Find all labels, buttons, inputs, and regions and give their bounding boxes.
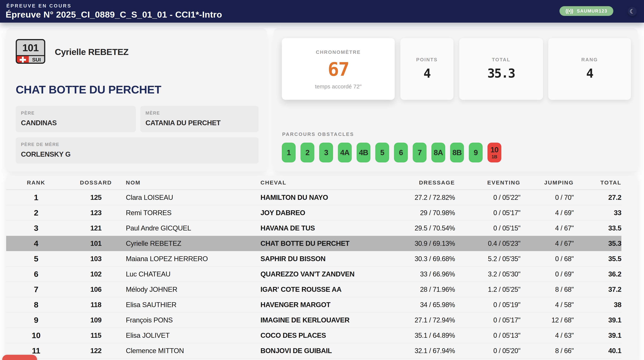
cell-cheval: JOY DABREO	[260, 209, 388, 217]
cell-eventing: 0.4 / 05'23"	[455, 240, 520, 248]
cell-eventing: 0 / 05'15"	[455, 224, 520, 232]
cell-total: 39.1	[574, 316, 621, 324]
cell-dossard: 101	[66, 240, 126, 248]
table-row-11[interactable]: 11122Clemence MITTONBONJOVI DE GUIBAIL32…	[6, 343, 621, 359]
cell-jumping: 0 / 68"	[520, 255, 574, 263]
pedigree-label: PÈRE	[21, 110, 130, 116]
cell-jumping: 4 / 63"	[520, 332, 574, 340]
moon-icon: ☾	[630, 8, 635, 15]
cell-nom: Cyrielle REBETEZ	[126, 240, 260, 248]
pedigree-sire: PÈRE CANDINAS	[16, 106, 136, 132]
cell-jumping: 4 / 67"	[520, 224, 574, 232]
total-card: TOTAL 35.3	[459, 38, 543, 100]
cell-cheval: SAPHIR DU BISSON	[260, 255, 388, 263]
cell-rank: 5	[6, 254, 66, 263]
cell-eventing: 1.2 / 05'25"	[455, 286, 520, 294]
cell-rank: 2	[6, 208, 66, 217]
cell-cheval: HAVENGER MARGOT	[260, 301, 388, 309]
cell-jumping: 4 / 58"	[520, 301, 574, 309]
points-label: POINTS	[400, 57, 454, 63]
cell-dossard: 102	[66, 270, 126, 278]
cell-cheval: CHAT BOTTE DU PERCHET	[260, 240, 388, 248]
live-panel: CHRONOMÈTRE 67 temps accordé 72" POINTS …	[274, 28, 638, 172]
obstacles-section-label: PARCOURS OBSTACLES	[282, 131, 354, 137]
table-row-9[interactable]: 9109François PONSIMAGINE DE KERLOUAVER27…	[6, 313, 621, 328]
obstacle-4A: 4A	[338, 143, 352, 162]
cell-nom: Clara LOISEAU	[126, 194, 260, 202]
cell-eventing: 0 / 05'22"	[455, 194, 520, 202]
cell-rank: 1	[6, 193, 66, 202]
cell-dressage: 27.2 / 72.82%	[388, 194, 455, 202]
live-stream-badge[interactable]: ((•)) SAUMUR123	[560, 6, 613, 16]
table-row-7[interactable]: 7106Mélody JOHNERIGAR' COTE ROUSSE AA28 …	[6, 282, 621, 297]
total-value: 35.3	[459, 66, 543, 80]
cell-dressage: 28 / 71.96%	[388, 286, 455, 294]
table-row-10[interactable]: 10115Elisa JOLIVETCOCO DES PLACES35.1 / …	[6, 328, 621, 343]
cell-dressage: 29 / 70.98%	[388, 209, 455, 217]
obstacle-9: 9	[469, 143, 483, 162]
cell-cheval: IMAGINE DE KERLOUAVER	[260, 316, 388, 324]
column-header-jumping: JUMPING	[520, 179, 574, 186]
cell-nom: Remi TORRES	[126, 209, 260, 217]
broadcast-icon: ((•))	[566, 8, 573, 14]
table-row-3[interactable]: 3121Paul Andre GICQUELHAVANA DE TUS29.5 …	[6, 221, 621, 236]
obstacle-8A: 8A	[432, 143, 445, 162]
cell-jumping: 0 / 69"	[520, 270, 574, 278]
bib-card: 101 SUI	[16, 39, 45, 64]
cell-cheval: QUAREZZO VAN'T ZANDVEN	[260, 270, 388, 278]
page-title: Épreuve N° 2025_CI_0889_C_S_01_01 - CCI1…	[6, 9, 222, 20]
cell-dressage: 29.5 / 70.54%	[388, 224, 455, 232]
cell-total: 36.2	[574, 270, 621, 278]
cell-cheval: IGAR' COTE ROUSSE AA	[260, 286, 388, 294]
table-row-1[interactable]: 1125Clara LOISEAUHAMILTON DU NAYO27.2 / …	[6, 190, 621, 205]
event-status-label: ÉPREUVE EN COURS	[6, 3, 72, 9]
cell-eventing: 3.2 / 05'30"	[455, 270, 520, 278]
cell-rank: 6	[6, 270, 66, 279]
column-header-dossard: DOSSARD	[66, 179, 126, 186]
points-card: POINTS 4	[400, 38, 454, 100]
horse-name: CHAT BOTTE DU PERCHET	[16, 83, 161, 96]
cell-dressage: 32.1 / 67.94%	[388, 347, 455, 355]
cell-dossard: 125	[66, 194, 126, 202]
cell-total: 33.5	[574, 224, 621, 232]
cell-dossard: 123	[66, 209, 126, 217]
table-row-8[interactable]: 8118Elisa SAUTHIERHAVENGER MARGOT34 / 65…	[6, 297, 621, 313]
cell-total: 33	[574, 209, 621, 217]
cell-total: 38	[574, 301, 621, 309]
table-row-6[interactable]: 6102Luc CHATEAUQUAREZZO VAN'T ZANDVEN33 …	[6, 267, 621, 282]
cell-nom: Luc CHATEAU	[126, 270, 260, 278]
column-header-nom: NOM	[126, 179, 260, 186]
table-row-2[interactable]: 2123Remi TORRESJOY DABREO29 / 70.98%0 / …	[6, 205, 621, 221]
obstacle-3: 3	[319, 143, 333, 162]
obstacle-4B: 4B	[356, 143, 370, 162]
obstacle-7: 7	[413, 143, 426, 162]
top-bar: ÉPREUVE EN COURS Épreuve N° 2025_CI_0889…	[0, 0, 644, 23]
cell-rank: 9	[6, 316, 66, 325]
cell-jumping: 4 / 69"	[520, 209, 574, 217]
live-badge-label: SAUMUR123	[577, 8, 607, 14]
dark-mode-toggle[interactable]: ☾	[628, 7, 637, 16]
cell-jumping: 0 / 70"	[520, 194, 574, 202]
cell-dressage: 30.9 / 69.13%	[388, 240, 455, 248]
cell-total: 37.2	[574, 286, 621, 294]
cell-dressage: 27.1 / 72.94%	[388, 316, 455, 324]
pedigree-label: MÈRE	[146, 110, 253, 116]
cell-eventing: 0 / 05'19"	[455, 301, 520, 309]
bottom-action-button[interactable]	[2, 355, 37, 360]
table-row-5[interactable]: 5103Maiana LOPEZ HERREROSAPHIR DU BISSON…	[6, 251, 621, 267]
cell-total: 35.5	[574, 255, 621, 263]
cell-nom: Paul Andre GICQUEL	[126, 224, 260, 232]
column-header-total: TOTAL	[574, 179, 621, 186]
cell-cheval: BONJOVI DE GUIBAIL	[260, 347, 388, 355]
cell-cheval: HAMILTON DU NAYO	[260, 194, 388, 202]
cell-jumping: 4 / 67"	[520, 240, 574, 248]
cell-jumping: 12 / 68"	[520, 316, 574, 324]
column-header-eventing: EVENTING	[455, 179, 520, 186]
obstacle-6: 6	[394, 143, 408, 162]
cell-rank: 3	[6, 224, 66, 233]
cell-total: 27.2	[574, 194, 621, 202]
table-row-4[interactable]: 4101Cyrielle REBETEZCHAT BOTTE DU PERCHE…	[6, 236, 621, 251]
results-table: RANK DOSSARD NOM CHEVAL DRESSAGE EVENTIN…	[6, 176, 638, 360]
cell-dossard: 122	[66, 347, 126, 355]
cell-dossard: 118	[66, 301, 126, 309]
